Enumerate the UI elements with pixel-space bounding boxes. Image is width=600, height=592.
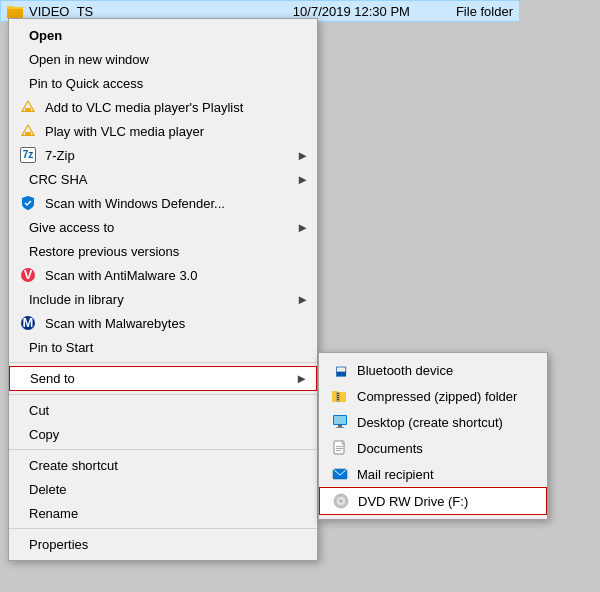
menu-item-pin-quick-access[interactable]: Pin to Quick access — [9, 71, 317, 95]
menu-item-restore-versions-label: Restore previous versions — [29, 244, 179, 259]
svg-rect-20 — [337, 397, 339, 398]
menu-item-scan-malwarebytes[interactable]: M Scan with Malwarebytes — [9, 311, 317, 335]
menu-item-copy[interactable]: Copy — [9, 422, 317, 446]
menu-item-open-new-window-label: Open in new window — [29, 52, 149, 67]
menu-item-rename[interactable]: Rename — [9, 501, 317, 525]
file-type: File folder — [456, 4, 513, 19]
svg-point-33 — [340, 500, 343, 503]
submenu-bluetooth-label: Bluetooth device — [357, 363, 453, 378]
svg-rect-25 — [336, 427, 344, 428]
vlc-icon — [19, 98, 37, 116]
svg-rect-29 — [336, 450, 341, 451]
menu-item-restore-versions[interactable]: Restore previous versions — [9, 239, 317, 263]
folder-icon — [7, 3, 23, 19]
menu-item-scan-antimalware[interactable]: V Scan with AntiMalware 3.0 — [9, 263, 317, 287]
menu-item-crc-sha-label: CRC SHA — [29, 172, 88, 187]
menu-item-rename-label: Rename — [29, 506, 78, 521]
menu-item-create-shortcut-label: Create shortcut — [29, 458, 118, 473]
send-to-arrow-icon: ► — [295, 371, 308, 386]
submenu-item-documents[interactable]: Documents — [319, 435, 547, 461]
submenu-mail-label: Mail recipient — [357, 467, 434, 482]
menu-item-give-access-label: Give access to — [29, 220, 114, 235]
menu-item-pin-quick-access-label: Pin to Quick access — [29, 76, 143, 91]
separator-3 — [9, 449, 317, 450]
menu-item-add-vlc-playlist-label: Add to VLC media player's Playlist — [45, 100, 243, 115]
menu-item-give-access[interactable]: Give access to ► — [9, 215, 317, 239]
defender-icon — [19, 194, 37, 212]
compressed-folder-icon — [331, 387, 349, 405]
menu-item-pin-start[interactable]: Pin to Start — [9, 335, 317, 359]
menu-item-add-vlc-playlist[interactable]: Add to VLC media player's Playlist — [9, 95, 317, 119]
menu-item-scan-defender-label: Scan with Windows Defender... — [45, 196, 225, 211]
menu-item-open-new-window[interactable]: Open in new window — [9, 47, 317, 71]
dvd-icon — [332, 492, 350, 510]
svg-rect-27 — [336, 446, 343, 447]
menu-item-pin-start-label: Pin to Start — [29, 340, 93, 355]
svg-rect-24 — [338, 425, 342, 427]
menu-item-cut-label: Cut — [29, 403, 49, 418]
menu-item-properties[interactable]: Properties — [9, 532, 317, 556]
mail-icon — [331, 465, 349, 483]
menu-item-crc-sha[interactable]: CRC SHA ► — [9, 167, 317, 191]
menu-item-create-shortcut[interactable]: Create shortcut — [9, 453, 317, 477]
file-name: VIDEO_TS — [29, 4, 287, 19]
svg-text:V: V — [24, 267, 33, 282]
menu-item-include-library-label: Include in library — [29, 292, 124, 307]
7zip-arrow-icon: ► — [296, 148, 309, 163]
submenu-item-compressed[interactable]: Compressed (zipped) folder — [319, 383, 547, 409]
submenu-desktop-label: Desktop (create shortcut) — [357, 415, 503, 430]
bluetooth-icon: ⬓ — [331, 361, 349, 379]
submenu-compressed-label: Compressed (zipped) folder — [357, 389, 517, 404]
menu-item-copy-label: Copy — [29, 427, 59, 442]
menu-item-include-library[interactable]: Include in library ► — [9, 287, 317, 311]
7zip-icon: 7z — [19, 146, 37, 164]
submenu-item-bluetooth[interactable]: ⬓ Bluetooth device — [319, 357, 547, 383]
menu-item-delete[interactable]: Delete — [9, 477, 317, 501]
separator-2 — [9, 394, 317, 395]
menu-item-scan-defender[interactable]: Scan with Windows Defender... — [9, 191, 317, 215]
svg-rect-9 — [25, 132, 31, 135]
menu-item-send-to[interactable]: Send to ► — [9, 366, 317, 391]
antimalware-icon: V — [19, 266, 37, 284]
menu-item-open-label: Open — [29, 28, 62, 43]
menu-item-7zip-label: 7-Zip — [45, 148, 75, 163]
svg-text:⬓: ⬓ — [335, 363, 347, 378]
crc-sha-arrow-icon: ► — [296, 172, 309, 187]
malwarebytes-icon: M — [19, 314, 37, 332]
desktop-icon — [331, 413, 349, 431]
submenu-item-dvd[interactable]: DVD RW Drive (F:) — [319, 487, 547, 515]
menu-item-cut[interactable]: Cut — [9, 398, 317, 422]
menu-item-send-to-label: Send to — [30, 371, 75, 386]
menu-item-scan-antimalware-label: Scan with AntiMalware 3.0 — [45, 268, 197, 283]
give-access-arrow-icon: ► — [296, 220, 309, 235]
menu-item-play-vlc[interactable]: Play with VLC media player — [9, 119, 317, 143]
svg-rect-19 — [337, 395, 339, 396]
svg-rect-21 — [337, 399, 339, 400]
svg-text:M: M — [23, 315, 34, 330]
svg-rect-6 — [25, 108, 31, 111]
submenu-item-desktop[interactable]: Desktop (create shortcut) — [319, 409, 547, 435]
submenu-dvd-label: DVD RW Drive (F:) — [358, 494, 468, 509]
menu-item-scan-malwarebytes-label: Scan with Malwarebytes — [45, 316, 185, 331]
menu-item-play-vlc-label: Play with VLC media player — [45, 124, 204, 139]
svg-rect-28 — [336, 448, 343, 449]
separator-1 — [9, 362, 317, 363]
menu-item-properties-label: Properties — [29, 537, 88, 552]
submenu-documents-label: Documents — [357, 441, 423, 456]
separator-4 — [9, 528, 317, 529]
documents-icon — [331, 439, 349, 457]
menu-item-7zip[interactable]: 7z 7-Zip ► — [9, 143, 317, 167]
menu-item-delete-label: Delete — [29, 482, 67, 497]
vlc-play-icon — [19, 122, 37, 140]
svg-rect-23 — [334, 416, 346, 424]
menu-item-open[interactable]: Open — [9, 23, 317, 47]
send-to-submenu: ⬓ Bluetooth device Compressed (zipped) f… — [318, 352, 548, 520]
include-library-arrow-icon: ► — [296, 292, 309, 307]
file-date: 10/7/2019 12:30 PM — [293, 4, 410, 19]
submenu-item-mail[interactable]: Mail recipient — [319, 461, 547, 487]
svg-rect-3 — [7, 9, 23, 18]
svg-rect-18 — [337, 393, 339, 394]
context-menu: Open Open in new window Pin to Quick acc… — [8, 18, 318, 561]
